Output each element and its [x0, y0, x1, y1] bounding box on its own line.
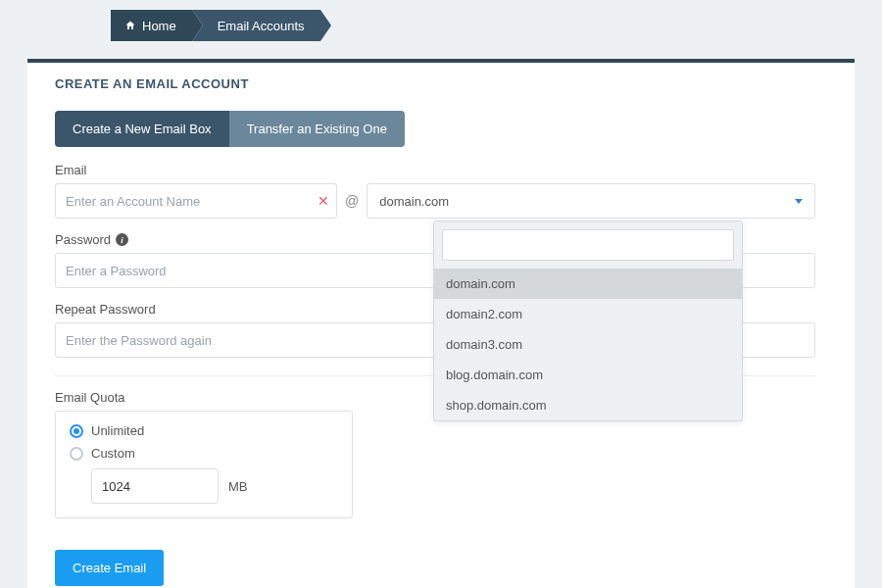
create-email-button[interactable]: Create Email — [55, 550, 164, 586]
tab-transfer[interactable]: Transfer an Existing One — [229, 111, 405, 147]
clear-icon[interactable]: ✕ — [318, 194, 329, 208]
domain-option[interactable]: blog.domain.com — [434, 360, 742, 390]
domain-dropdown: domain.com domain2.com domain3.com blog.… — [433, 220, 743, 421]
email-label: Email — [55, 163, 815, 177]
radio-unlimited[interactable]: Unlimited — [70, 423, 338, 438]
breadcrumb-home[interactable]: Home — [111, 10, 192, 41]
caret-down-icon — [795, 199, 803, 204]
radio-icon-unchecked — [70, 447, 83, 461]
domain-option[interactable]: domain.com — [434, 269, 742, 299]
breadcrumb-current-label: Email Accounts — [218, 19, 305, 33]
domain-option[interactable]: domain2.com — [434, 299, 742, 329]
domain-select[interactable]: domain.com — [367, 183, 815, 219]
radio-custom[interactable]: Custom — [70, 446, 338, 461]
info-icon[interactable]: i — [116, 233, 128, 246]
quota-box: Unlimited Custom MB — [55, 411, 353, 518]
quota-custom-input[interactable] — [91, 468, 219, 504]
breadcrumb: Home Email Accounts — [111, 10, 855, 41]
home-icon — [124, 20, 136, 31]
domain-option[interactable]: shop.domain.com — [434, 390, 742, 420]
breadcrumb-current[interactable]: Email Accounts — [192, 10, 320, 41]
domain-option[interactable]: domain3.com — [434, 329, 742, 360]
page-title: CREATE AN EMAIL ACCOUNT — [55, 76, 815, 91]
tab-create[interactable]: Create a New Email Box — [55, 111, 229, 147]
domain-selected: domain.com — [379, 194, 449, 209]
breadcrumb-home-label: Home — [142, 19, 176, 33]
tabs: Create a New Email Box Transfer an Exist… — [55, 111, 405, 147]
at-symbol: @ — [345, 193, 359, 209]
radio-icon-checked — [70, 424, 83, 438]
account-name-input[interactable] — [55, 183, 337, 219]
domain-search-input[interactable] — [442, 229, 734, 261]
quota-unit: MB — [228, 479, 248, 494]
